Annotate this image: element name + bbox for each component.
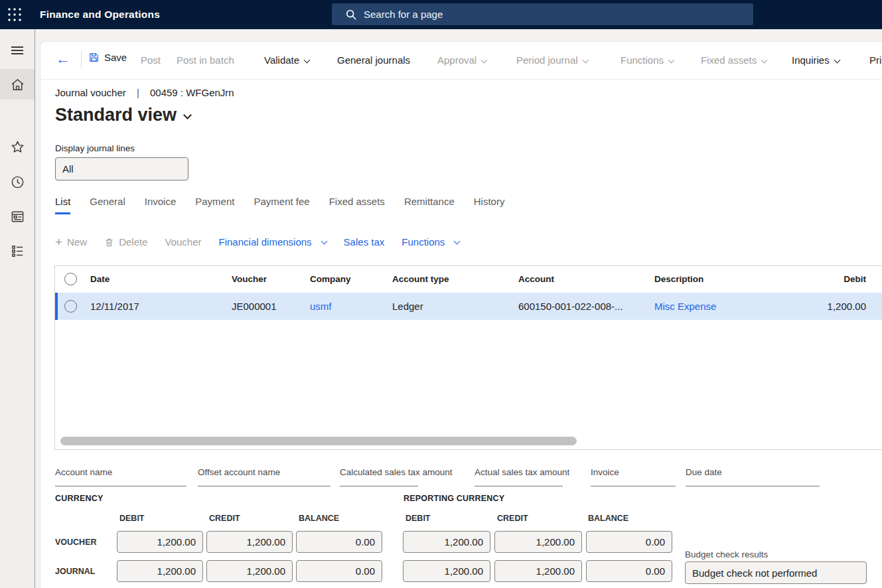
column-header-debit[interactable]: Debit bbox=[844, 274, 866, 284]
column-header-description[interactable]: Description bbox=[654, 274, 703, 284]
chevron-down-icon bbox=[761, 57, 768, 64]
inquiries-menu-button[interactable]: Inquiries bbox=[792, 54, 840, 66]
reporting-journal-balance: 0.00 bbox=[586, 560, 672, 582]
period-journal-menu-button: Period journal bbox=[516, 54, 588, 66]
column-header-date[interactable]: Date bbox=[90, 274, 110, 284]
breadcrumb-separator: | bbox=[137, 87, 139, 98]
recent-clock-icon[interactable] bbox=[0, 167, 35, 196]
reporting-currency-section-title: REPORTING CURRENCY bbox=[404, 494, 504, 503]
tab-history[interactable]: History bbox=[474, 196, 505, 214]
currency-credit-header: CREDIT bbox=[209, 514, 240, 523]
currency-debit-header: DEBIT bbox=[119, 514, 145, 523]
tab-general[interactable]: General bbox=[90, 196, 125, 214]
grid-header-row: Date Voucher Company Account type Accoun… bbox=[55, 266, 882, 293]
back-arrow-icon[interactable]: ← bbox=[56, 50, 70, 68]
financial-dimensions-menu-button[interactable]: Financial dimensions bbox=[219, 236, 327, 248]
grid-action-strip: + New Delete Voucher Financial dimension… bbox=[55, 236, 459, 248]
chevron-down-icon bbox=[834, 57, 840, 64]
reporting-balance-header: BALANCE bbox=[588, 514, 628, 523]
journal-lines-grid: Date Voucher Company Account type Accoun… bbox=[54, 265, 882, 450]
display-journal-lines-label: Display journal lines bbox=[55, 143, 135, 153]
horizontal-scrollbar-thumb[interactable] bbox=[60, 437, 577, 445]
delete-button: Delete bbox=[104, 236, 147, 248]
budget-check-results-label: Budget check results bbox=[685, 550, 768, 559]
budget-check-results-field: Budget check not performed bbox=[685, 561, 867, 584]
row-select-radio[interactable] bbox=[64, 300, 77, 313]
search-icon bbox=[345, 9, 357, 21]
chevron-down-icon bbox=[304, 57, 311, 64]
validate-menu-button[interactable]: Validate bbox=[264, 54, 309, 66]
nav-sidebar bbox=[0, 29, 35, 588]
save-button[interactable]: Save bbox=[88, 52, 127, 63]
page-search-input[interactable]: Search for a page bbox=[332, 3, 753, 25]
fixed-assets-menu-button: Fixed assets bbox=[701, 54, 767, 66]
print-menu-button[interactable]: Print bbox=[869, 54, 882, 66]
account-name-field[interactable]: Account name bbox=[55, 466, 186, 486]
cell-description-link[interactable]: Misc Expense bbox=[654, 301, 716, 312]
post-button: Post bbox=[141, 54, 161, 66]
trash-icon bbox=[104, 237, 114, 248]
tab-fixed-assets[interactable]: Fixed assets bbox=[329, 196, 385, 214]
workspaces-form-icon[interactable] bbox=[0, 202, 35, 231]
column-header-company[interactable]: Company bbox=[310, 274, 351, 284]
breadcrumb: Journal voucher | 00459 : WFGenJrn bbox=[55, 87, 234, 98]
plus-icon: + bbox=[55, 237, 62, 247]
voucher-button: Voucher bbox=[165, 236, 201, 248]
tab-remittance[interactable]: Remittance bbox=[404, 196, 455, 214]
due-date-field[interactable]: Due date bbox=[686, 466, 820, 486]
modules-list-icon[interactable] bbox=[0, 236, 35, 265]
currency-journal-credit: 1,200.00 bbox=[206, 560, 293, 582]
tab-list[interactable]: List bbox=[55, 196, 70, 214]
invoice-field[interactable]: Invoice bbox=[591, 466, 676, 486]
display-journal-lines-combobox[interactable]: All bbox=[55, 157, 188, 181]
tab-strip: List General Invoice Payment Payment fee… bbox=[55, 196, 504, 214]
column-header-voucher[interactable]: Voucher bbox=[232, 274, 267, 284]
record-type: Journal voucher bbox=[55, 87, 126, 98]
functions-menu-button: Functions bbox=[621, 54, 674, 66]
page-title: Standard view bbox=[55, 105, 177, 125]
actual-sales-tax-amount-field[interactable]: Actual sales tax amount bbox=[475, 466, 563, 486]
reporting-voucher-credit: 1,200.00 bbox=[494, 531, 582, 553]
view-selector[interactable]: Standard view bbox=[55, 105, 190, 125]
save-floppy-icon bbox=[88, 52, 100, 63]
general-journals-button[interactable]: General journals bbox=[337, 54, 410, 66]
sales-tax-button[interactable]: Sales tax bbox=[344, 236, 385, 248]
approval-menu-button: Approval bbox=[437, 54, 486, 66]
toolbar-divider bbox=[40, 79, 882, 80]
reporting-journal-debit: 1,200.00 bbox=[403, 560, 490, 582]
cell-company-link[interactable]: usmf bbox=[310, 301, 332, 312]
cell-voucher: JE000001 bbox=[232, 301, 277, 312]
currency-journal-debit: 1,200.00 bbox=[117, 560, 203, 582]
app-launcher-waffle-icon[interactable] bbox=[0, 0, 29, 29]
chevron-down-icon bbox=[183, 111, 192, 119]
currency-balance-header: BALANCE bbox=[299, 514, 339, 523]
journal-row-label: JOURNAL bbox=[55, 567, 95, 576]
tab-payment[interactable]: Payment bbox=[195, 196, 234, 214]
cell-account-type: Ledger bbox=[392, 301, 423, 312]
table-row[interactable]: 12/11/2017 JE000001 usmf Ledger 600150-0… bbox=[55, 293, 882, 320]
chevron-down-icon bbox=[668, 57, 675, 64]
favorites-star-icon[interactable] bbox=[0, 132, 35, 161]
chevron-down-icon bbox=[481, 57, 488, 64]
reporting-journal-credit: 1,200.00 bbox=[494, 560, 582, 582]
column-header-account[interactable]: Account bbox=[518, 274, 554, 284]
currency-section-title: CURRENCY bbox=[55, 494, 103, 503]
home-icon[interactable] bbox=[0, 69, 35, 100]
top-app-bar: Finance and Operations Search for a page bbox=[0, 0, 882, 29]
chevron-down-icon bbox=[454, 238, 461, 245]
offset-account-name-field[interactable]: Offset account name bbox=[198, 466, 331, 486]
select-all-radio[interactable] bbox=[64, 273, 77, 285]
reporting-credit-header: CREDIT bbox=[497, 514, 528, 523]
chevron-down-icon bbox=[321, 238, 327, 245]
currency-voucher-balance: 0.00 bbox=[296, 531, 382, 553]
search-placeholder: Search for a page bbox=[364, 9, 443, 20]
tab-invoice[interactable]: Invoice bbox=[145, 196, 177, 214]
grid-functions-menu-button[interactable]: Functions bbox=[402, 236, 459, 248]
cell-account: 600150-001-022-008-... bbox=[518, 301, 623, 312]
tab-payment-fee[interactable]: Payment fee bbox=[254, 196, 309, 214]
hamburger-menu-icon[interactable] bbox=[0, 36, 35, 65]
calculated-sales-tax-amount-field[interactable]: Calculated sales tax amount bbox=[340, 466, 418, 486]
reporting-voucher-debit: 1,200.00 bbox=[403, 531, 490, 553]
column-header-account-type[interactable]: Account type bbox=[392, 274, 449, 284]
currency-voucher-debit: 1,200.00 bbox=[117, 531, 203, 553]
